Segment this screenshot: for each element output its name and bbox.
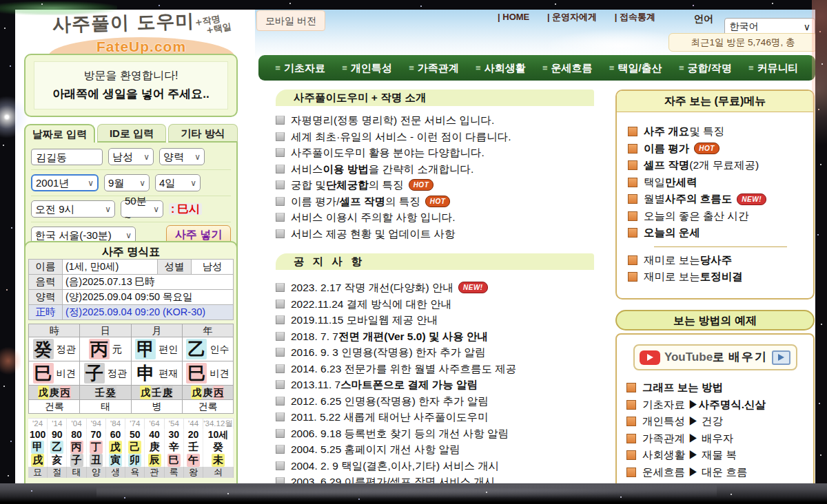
item-text: 을 간략히 소개합니다.: [369, 161, 473, 178]
site-logo[interactable]: 사주풀이 도우미 +작명 +택일 FateUp.com: [36, 10, 256, 55]
intro-section-title: 사주풀이도우미 + 작명 소개: [276, 90, 594, 106]
list-item[interactable]: 사주풀이도우미 활용 분야는 다양합니다.: [276, 145, 598, 161]
bullet-icon: [276, 364, 285, 373]
language-value: 한국어: [729, 21, 758, 33]
mobile-version-button[interactable]: 모바일 버전: [256, 10, 325, 31]
nav-item-label: 커뮤니티: [757, 55, 799, 81]
item-text: 기초자료 ▶: [642, 397, 699, 414]
divider: [654, 246, 788, 247]
nav-item-0[interactable]: ≡기초자료: [275, 55, 325, 81]
list-item[interactable]: 궁합 및 단체궁합의 특징HOT: [276, 177, 598, 193]
list-item[interactable]: 2022.11.24 결제 방식에 대한 안내: [276, 296, 598, 313]
list-item[interactable]: 사주 개요 및 특징: [628, 123, 813, 140]
admin-link[interactable]: | 운영자에게: [547, 12, 597, 22]
stats-link[interactable]: | 접속통계: [615, 12, 655, 22]
list-item[interactable]: 서비스 이용시 주의할 사항 입니다.: [276, 209, 598, 226]
name-input[interactable]: 김길동: [31, 149, 103, 165]
list-item[interactable]: 2006. 9.18 등록번호 찾기 등의 개선 사항 알림: [276, 426, 598, 442]
nav-item-7[interactable]: ≡커뮤니티: [748, 55, 799, 81]
item-text: 2023. 2.17 작명 개선(다양화) 안내: [291, 280, 453, 296]
calendar-select[interactable]: 양력 ∨: [159, 148, 205, 165]
year-select[interactable]: 2001년 ∨: [31, 174, 99, 191]
bullet-icon: [626, 400, 636, 410]
hidden-stem-char: 戊: [140, 386, 151, 399]
lunar-value: (음)2025.07.13 巳時: [63, 275, 234, 290]
list-item[interactable]: 오늘의 운세: [628, 224, 813, 242]
luck-stage-cell: 쇠: [203, 467, 234, 478]
nav-item-2[interactable]: ≡가족관계: [409, 55, 459, 81]
solar-value: (양)2025.09.04 09:50 목요일: [63, 290, 234, 305]
home-link[interactable]: | HOME: [498, 12, 529, 22]
nav-item-1[interactable]: ≡개인특성: [342, 55, 392, 81]
gender-select[interactable]: 남성 ∨: [108, 148, 154, 165]
list-item[interactable]: 2013.11. 7 스마트폰으로 결제 가능 알림: [276, 377, 598, 393]
pillar-branch-cell: 子정관: [80, 361, 131, 386]
list-item[interactable]: 개인특성 ▶ 건강: [626, 413, 813, 430]
list-item[interactable]: 기초자료 ▶ 사주명식.신살: [626, 397, 813, 414]
luck-stem-char: 庚: [148, 441, 161, 454]
pillar-stem-cell: 癸정관: [29, 337, 80, 361]
list-item[interactable]: 가족관계 ▶ 배우자: [626, 430, 813, 448]
luck-branch-char: 未: [212, 454, 225, 467]
list-item[interactable]: 이름 평가HOT: [628, 140, 813, 158]
table-row: 음력 (음)2025.07.13 巳時: [29, 275, 234, 290]
tab-id-input[interactable]: ID로 입력: [97, 124, 167, 143]
list-item[interactable]: 그래프 보는 방법: [626, 379, 813, 397]
list-item[interactable]: 2004. 2. 9 택일(결혼,이사,기타) 서비스 개시: [276, 458, 598, 474]
minute-value: 50분~: [125, 193, 151, 226]
luck-stage-cell: 록: [165, 467, 184, 478]
tab-other-input[interactable]: 기타 방식: [168, 124, 238, 143]
list-item[interactable]: 셀프 작명(2개 무료제공): [628, 157, 813, 174]
list-item[interactable]: 2014. 6.23 전문가를 위한 월별 사주흐름도 제공: [276, 361, 598, 377]
chevron-down-icon: ∨: [105, 201, 111, 218]
nav-item-5[interactable]: ≡택일/출산: [609, 55, 662, 81]
list-item[interactable]: 2012. 6.25 인명용(작명용) 한자 추가 알림: [276, 393, 598, 410]
bullet-icon: [276, 148, 285, 157]
list-item[interactable]: 재미로 보는 토정비결: [628, 269, 813, 286]
minute-select[interactable]: 50분~ ∨: [121, 200, 163, 218]
menu-icon: ≡: [679, 55, 684, 81]
form-row-identity: 김길동 남성 ∨ 양력 ∨: [31, 144, 231, 170]
nav-item-6[interactable]: ≡궁합/작명: [679, 55, 732, 81]
menu-icon: ≡: [542, 55, 548, 81]
nav-item-3[interactable]: ≡사회생활: [476, 55, 526, 81]
luck-age-cell: 30: [165, 429, 184, 441]
list-item[interactable]: 2019.11.15 모바일웹 제공 안내: [276, 312, 598, 328]
list-item[interactable]: 세계 최초·유일의 서비스 - 이런 점이 다릅니다.: [276, 129, 598, 145]
branch-char: 子: [84, 363, 105, 384]
hidden-stems-cell: 戊庚丙: [29, 386, 80, 400]
luck-age-cell: 80: [67, 429, 86, 441]
list-item[interactable]: 월별 사주의 흐름도NEW!: [628, 191, 813, 208]
list-item[interactable]: 2023. 2.17 작명 개선(다양화) 안내NEW!: [276, 280, 598, 296]
list-item[interactable]: 재미로 보는 당사주: [628, 252, 813, 269]
list-item[interactable]: 2018. 7. 7 전면 개편(Ver 5.0) 및 사용 안내: [276, 328, 598, 345]
luck-stage-cell: 욕: [125, 467, 145, 478]
four-pillars-table: 時日月年癸정관丙元甲편인乙인수巳비견子정관申편재巳비견戊庚丙壬癸戊壬庚戊庚丙건록…: [28, 324, 234, 414]
birth-info-table: 이름 (1세, 만0세) 성별 남성 음력 (음)2025.07.13 巳時 양…: [28, 259, 234, 320]
list-item[interactable]: 2011. 5.22 새롭게 태어난 사주풀이도우미: [276, 409, 598, 426]
youtube-learn-button[interactable]: YouTube로 배우기: [633, 344, 797, 370]
luck-age-cell: 100: [28, 429, 48, 441]
luck-branch-char: 戌: [31, 454, 44, 467]
youtube-brand-text: YouTube로: [664, 350, 724, 364]
list-item[interactable]: 택일 만세력: [628, 174, 813, 191]
hour-select[interactable]: 오전 9시 ∨: [31, 200, 115, 218]
list-item[interactable]: 이름 평가/셀프 작명의 특징HOT: [276, 193, 598, 210]
list-item[interactable]: 운세흐름 ▶ 대운 흐름: [626, 464, 813, 481]
day-select[interactable]: 4일 ∨: [155, 174, 201, 191]
list-item[interactable]: 2016. 9. 3 인명용(작명용) 한자 추가 알림: [276, 344, 598, 361]
list-item[interactable]: 자평명리(정통 명리학) 전문 서비스 입니다.: [276, 112, 598, 129]
list-item[interactable]: 서비스 이용 방법을 간략히 소개합니다.: [276, 161, 598, 178]
luck-year-cell: '84: [106, 418, 125, 429]
list-item[interactable]: 2004. 5.25 홈페이지 개선 사항 알림: [276, 441, 598, 458]
truetime-label: 正時: [29, 305, 63, 320]
list-item[interactable]: 사회생활 ▶ 재물 복: [626, 447, 813, 464]
nav-item-4[interactable]: ≡운세흐름: [542, 55, 593, 81]
luck-stage-cell: 관: [145, 467, 164, 478]
hidden-stem-char: 丙: [213, 386, 224, 399]
month-select[interactable]: 9월 ∨: [104, 174, 150, 191]
list-item[interactable]: 서비스 제공 현황 및 업데이트 사항: [276, 226, 598, 242]
item-text: 2006. 9.18 등록번호 찾기 등의 개선 사항 알림: [291, 426, 509, 442]
list-item[interactable]: 오늘의 좋은 출산 시간: [628, 208, 813, 225]
tab-date-input[interactable]: 날짜로 입력: [24, 124, 95, 143]
